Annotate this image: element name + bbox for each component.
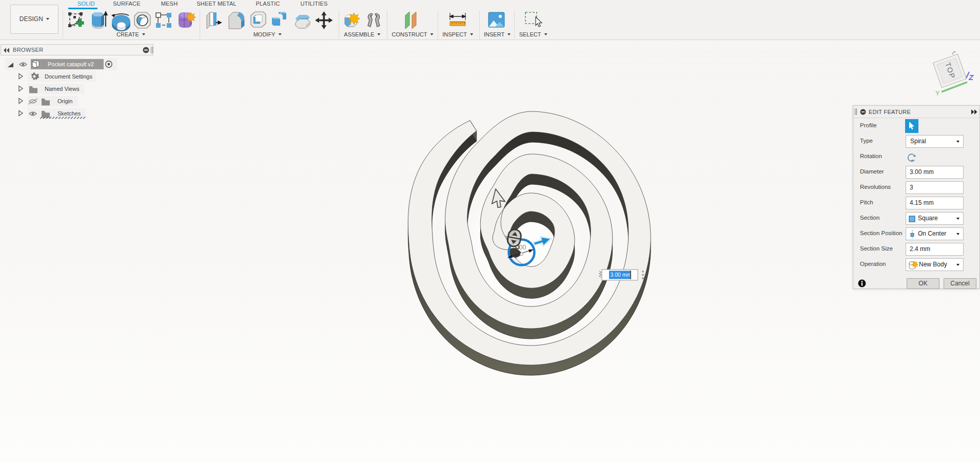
svg-text:3.00 mm: 3.00 mm	[611, 272, 632, 278]
svg-text:Y: Y	[935, 90, 939, 97]
svg-text:00: 00	[519, 243, 526, 251]
svg-text:Z: Z	[968, 73, 974, 82]
